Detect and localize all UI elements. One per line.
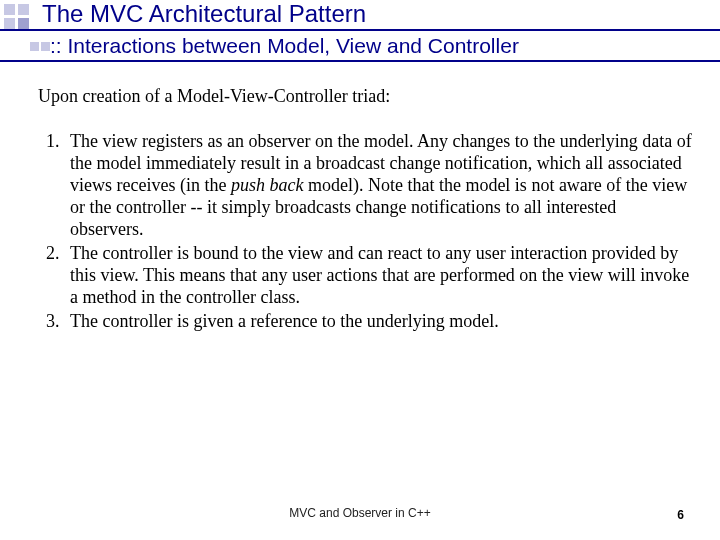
footer-center: MVC and Observer in C++ [0, 506, 720, 520]
list-item: The controller is bound to the view and … [64, 243, 692, 309]
list-item: The view registers as an observer on the… [64, 131, 692, 241]
main-title: The MVC Architectural Pattern [0, 2, 720, 26]
item-text-pre: The controller is bound to the view and … [70, 243, 689, 307]
rule-lower [0, 60, 720, 62]
item-text-em: push back [231, 175, 303, 195]
numbered-list: The view registers as an observer on the… [38, 131, 692, 333]
intro-text: Upon creation of a Model-View-Controller… [38, 86, 692, 107]
page-number: 6 [677, 508, 684, 522]
item-text-pre: The controller is given a reference to t… [70, 311, 499, 331]
slide: The MVC Architectural Pattern :: Interac… [0, 0, 720, 540]
rule-upper [0, 29, 720, 31]
body: Upon creation of a Model-View-Controller… [38, 86, 692, 335]
header: The MVC Architectural Pattern :: Interac… [0, 0, 720, 26]
sub-title: :: Interactions between Model, View and … [0, 35, 519, 56]
list-item: The controller is given a reference to t… [64, 311, 692, 333]
